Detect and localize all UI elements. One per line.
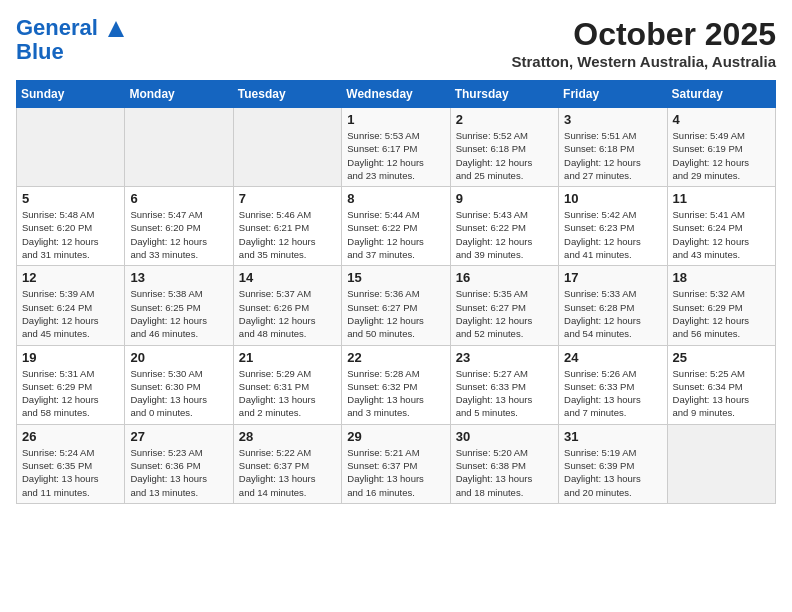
calendar-cell: 20Sunrise: 5:30 AM Sunset: 6:30 PM Dayli…: [125, 345, 233, 424]
calendar-cell: 11Sunrise: 5:41 AM Sunset: 6:24 PM Dayli…: [667, 187, 775, 266]
day-number: 22: [347, 350, 444, 365]
day-number: 25: [673, 350, 770, 365]
day-number: 28: [239, 429, 336, 444]
week-row-1: 1Sunrise: 5:53 AM Sunset: 6:17 PM Daylig…: [17, 108, 776, 187]
location-title: Stratton, Western Australia, Australia: [511, 53, 776, 70]
calendar-cell: 10Sunrise: 5:42 AM Sunset: 6:23 PM Dayli…: [559, 187, 667, 266]
page-header: General Blue October 2025 Stratton, West…: [16, 16, 776, 70]
week-row-4: 19Sunrise: 5:31 AM Sunset: 6:29 PM Dayli…: [17, 345, 776, 424]
calendar-cell: 14Sunrise: 5:37 AM Sunset: 6:26 PM Dayli…: [233, 266, 341, 345]
day-info: Sunrise: 5:43 AM Sunset: 6:22 PM Dayligh…: [456, 208, 553, 261]
calendar-cell: 25Sunrise: 5:25 AM Sunset: 6:34 PM Dayli…: [667, 345, 775, 424]
day-number: 7: [239, 191, 336, 206]
day-number: 5: [22, 191, 119, 206]
day-info: Sunrise: 5:27 AM Sunset: 6:33 PM Dayligh…: [456, 367, 553, 420]
day-number: 24: [564, 350, 661, 365]
day-info: Sunrise: 5:22 AM Sunset: 6:37 PM Dayligh…: [239, 446, 336, 499]
day-number: 4: [673, 112, 770, 127]
calendar-cell: 7Sunrise: 5:46 AM Sunset: 6:21 PM Daylig…: [233, 187, 341, 266]
weekday-header-wednesday: Wednesday: [342, 81, 450, 108]
day-info: Sunrise: 5:37 AM Sunset: 6:26 PM Dayligh…: [239, 287, 336, 340]
day-number: 17: [564, 270, 661, 285]
calendar-cell: 21Sunrise: 5:29 AM Sunset: 6:31 PM Dayli…: [233, 345, 341, 424]
calendar-cell: [667, 424, 775, 503]
day-number: 12: [22, 270, 119, 285]
calendar-cell: 2Sunrise: 5:52 AM Sunset: 6:18 PM Daylig…: [450, 108, 558, 187]
calendar-cell: 17Sunrise: 5:33 AM Sunset: 6:28 PM Dayli…: [559, 266, 667, 345]
calendar-cell: 23Sunrise: 5:27 AM Sunset: 6:33 PM Dayli…: [450, 345, 558, 424]
day-number: 19: [22, 350, 119, 365]
day-number: 14: [239, 270, 336, 285]
day-number: 31: [564, 429, 661, 444]
weekday-header-sunday: Sunday: [17, 81, 125, 108]
calendar-cell: 8Sunrise: 5:44 AM Sunset: 6:22 PM Daylig…: [342, 187, 450, 266]
day-info: Sunrise: 5:25 AM Sunset: 6:34 PM Dayligh…: [673, 367, 770, 420]
calendar-cell: [233, 108, 341, 187]
day-number: 2: [456, 112, 553, 127]
weekday-header-tuesday: Tuesday: [233, 81, 341, 108]
calendar-cell: 15Sunrise: 5:36 AM Sunset: 6:27 PM Dayli…: [342, 266, 450, 345]
calendar-cell: 19Sunrise: 5:31 AM Sunset: 6:29 PM Dayli…: [17, 345, 125, 424]
calendar-cell: 5Sunrise: 5:48 AM Sunset: 6:20 PM Daylig…: [17, 187, 125, 266]
weekday-header-saturday: Saturday: [667, 81, 775, 108]
day-info: Sunrise: 5:41 AM Sunset: 6:24 PM Dayligh…: [673, 208, 770, 261]
calendar-cell: [125, 108, 233, 187]
calendar-cell: 18Sunrise: 5:32 AM Sunset: 6:29 PM Dayli…: [667, 266, 775, 345]
day-info: Sunrise: 5:19 AM Sunset: 6:39 PM Dayligh…: [564, 446, 661, 499]
calendar-cell: 13Sunrise: 5:38 AM Sunset: 6:25 PM Dayli…: [125, 266, 233, 345]
calendar-cell: 28Sunrise: 5:22 AM Sunset: 6:37 PM Dayli…: [233, 424, 341, 503]
calendar-table: SundayMondayTuesdayWednesdayThursdayFrid…: [16, 80, 776, 504]
day-number: 30: [456, 429, 553, 444]
day-info: Sunrise: 5:23 AM Sunset: 6:36 PM Dayligh…: [130, 446, 227, 499]
day-number: 8: [347, 191, 444, 206]
day-info: Sunrise: 5:32 AM Sunset: 6:29 PM Dayligh…: [673, 287, 770, 340]
calendar-cell: 12Sunrise: 5:39 AM Sunset: 6:24 PM Dayli…: [17, 266, 125, 345]
day-number: 18: [673, 270, 770, 285]
day-number: 3: [564, 112, 661, 127]
day-info: Sunrise: 5:42 AM Sunset: 6:23 PM Dayligh…: [564, 208, 661, 261]
day-info: Sunrise: 5:36 AM Sunset: 6:27 PM Dayligh…: [347, 287, 444, 340]
day-number: 27: [130, 429, 227, 444]
day-number: 11: [673, 191, 770, 206]
day-info: Sunrise: 5:35 AM Sunset: 6:27 PM Dayligh…: [456, 287, 553, 340]
calendar-cell: 29Sunrise: 5:21 AM Sunset: 6:37 PM Dayli…: [342, 424, 450, 503]
logo-blue: Blue: [16, 40, 126, 64]
weekday-header-thursday: Thursday: [450, 81, 558, 108]
day-number: 10: [564, 191, 661, 206]
day-info: Sunrise: 5:26 AM Sunset: 6:33 PM Dayligh…: [564, 367, 661, 420]
calendar-cell: 6Sunrise: 5:47 AM Sunset: 6:20 PM Daylig…: [125, 187, 233, 266]
day-number: 29: [347, 429, 444, 444]
day-info: Sunrise: 5:20 AM Sunset: 6:38 PM Dayligh…: [456, 446, 553, 499]
day-number: 9: [456, 191, 553, 206]
week-row-3: 12Sunrise: 5:39 AM Sunset: 6:24 PM Dayli…: [17, 266, 776, 345]
day-info: Sunrise: 5:30 AM Sunset: 6:30 PM Dayligh…: [130, 367, 227, 420]
day-info: Sunrise: 5:52 AM Sunset: 6:18 PM Dayligh…: [456, 129, 553, 182]
day-info: Sunrise: 5:29 AM Sunset: 6:31 PM Dayligh…: [239, 367, 336, 420]
calendar-cell: 27Sunrise: 5:23 AM Sunset: 6:36 PM Dayli…: [125, 424, 233, 503]
calendar-cell: 16Sunrise: 5:35 AM Sunset: 6:27 PM Dayli…: [450, 266, 558, 345]
calendar-cell: 24Sunrise: 5:26 AM Sunset: 6:33 PM Dayli…: [559, 345, 667, 424]
day-info: Sunrise: 5:44 AM Sunset: 6:22 PM Dayligh…: [347, 208, 444, 261]
day-info: Sunrise: 5:51 AM Sunset: 6:18 PM Dayligh…: [564, 129, 661, 182]
day-info: Sunrise: 5:49 AM Sunset: 6:19 PM Dayligh…: [673, 129, 770, 182]
day-info: Sunrise: 5:24 AM Sunset: 6:35 PM Dayligh…: [22, 446, 119, 499]
title-area: October 2025 Stratton, Western Australia…: [511, 16, 776, 70]
day-number: 23: [456, 350, 553, 365]
day-number: 6: [130, 191, 227, 206]
day-number: 26: [22, 429, 119, 444]
calendar-cell: [17, 108, 125, 187]
week-row-2: 5Sunrise: 5:48 AM Sunset: 6:20 PM Daylig…: [17, 187, 776, 266]
day-number: 20: [130, 350, 227, 365]
calendar-cell: 22Sunrise: 5:28 AM Sunset: 6:32 PM Dayli…: [342, 345, 450, 424]
calendar-cell: 31Sunrise: 5:19 AM Sunset: 6:39 PM Dayli…: [559, 424, 667, 503]
day-info: Sunrise: 5:33 AM Sunset: 6:28 PM Dayligh…: [564, 287, 661, 340]
day-info: Sunrise: 5:46 AM Sunset: 6:21 PM Dayligh…: [239, 208, 336, 261]
weekday-header-monday: Monday: [125, 81, 233, 108]
day-info: Sunrise: 5:48 AM Sunset: 6:20 PM Dayligh…: [22, 208, 119, 261]
calendar-cell: 30Sunrise: 5:20 AM Sunset: 6:38 PM Dayli…: [450, 424, 558, 503]
day-number: 16: [456, 270, 553, 285]
day-number: 15: [347, 270, 444, 285]
day-number: 21: [239, 350, 336, 365]
logo: General Blue: [16, 16, 126, 64]
month-title: October 2025: [511, 16, 776, 53]
